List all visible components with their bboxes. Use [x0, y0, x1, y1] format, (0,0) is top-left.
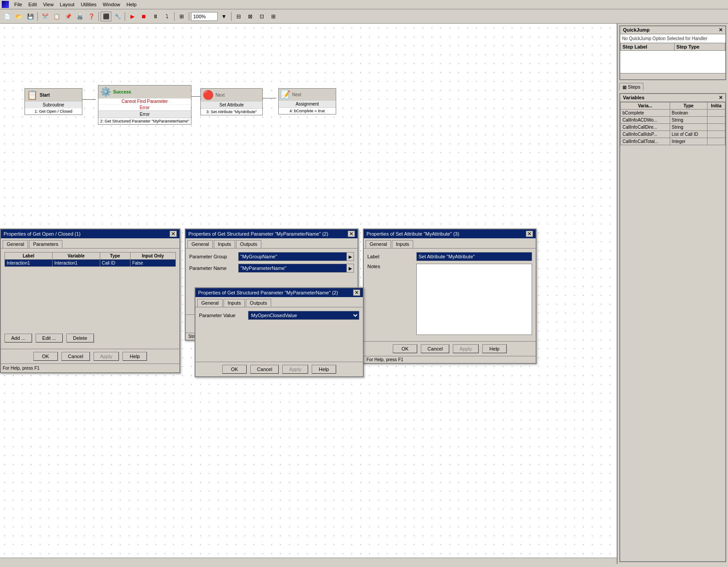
- steps-tab-area: ▦ Steps: [619, 83, 726, 90]
- dialog-middle-top-close[interactable]: ✕: [348, 231, 355, 237]
- toolbar-btn7[interactable]: 🔧: [112, 12, 123, 21]
- dialog-mid-bot-help[interactable]: Help: [312, 365, 336, 374]
- edit-button[interactable]: Edit ...: [36, 334, 63, 343]
- dialog-left-cancel[interactable]: Cancel: [61, 352, 90, 361]
- steps-tab[interactable]: ▦ Steps: [619, 83, 643, 90]
- dialog-right-close[interactable]: ✕: [526, 231, 533, 237]
- variables-panel: Variables ✕ Varia... Type Initia bComple…: [619, 93, 726, 562]
- param-group-arrow[interactable]: ▶: [347, 252, 354, 261]
- label-input[interactable]: Set Attribute "MyAttribute": [416, 252, 532, 261]
- var-row-callinfoacdwo[interactable]: CallInfoACDWo... String: [621, 117, 725, 124]
- menu-view[interactable]: View: [41, 1, 57, 8]
- dialog-mid-bot-tab-outputs[interactable]: Outputs: [246, 299, 271, 307]
- dialog-right-ok[interactable]: OK: [393, 344, 417, 353]
- dialog-mid-bot-cancel[interactable]: Cancel: [250, 365, 279, 374]
- dialog-left-ok[interactable]: OK: [33, 352, 58, 361]
- var-name-callinfocalltotal: CallInfoCallTotal...: [621, 138, 670, 145]
- dialog-mid-top-tab-inputs[interactable]: Inputs: [214, 240, 235, 248]
- toolbar-btn6[interactable]: ⬛: [101, 12, 111, 21]
- dialog-mid-bot-apply[interactable]: Apply: [282, 365, 308, 374]
- variables-close[interactable]: ✕: [719, 95, 723, 101]
- menu-window[interactable]: Window: [100, 1, 123, 8]
- main-area: 📋 Start Subroutine 1: Get Open / Closed …: [0, 24, 728, 564]
- var-row-callinfocallids[interactable]: CallInfoCallIdsP... List of Call ID: [621, 131, 725, 138]
- right-panel: QuickJump ✕ No QuickJump Option Selected…: [617, 24, 728, 564]
- dialog-mid-top-tab-outputs[interactable]: Outputs: [236, 240, 261, 248]
- dialog-right-cancel[interactable]: Cancel: [421, 344, 449, 353]
- canvas[interactable]: 📋 Start Subroutine 1: Get Open / Closed …: [0, 24, 617, 564]
- toolbar-save[interactable]: 💾: [25, 12, 36, 21]
- menu-help[interactable]: Help: [124, 1, 139, 8]
- toolbar-grid[interactable]: ⊞: [176, 12, 187, 21]
- dialog-right-title: Properties of Set Attribute "MyAttribute…: [364, 229, 536, 238]
- toolbar-layout2[interactable]: ⊠: [245, 12, 256, 21]
- add-button[interactable]: Add ...: [4, 334, 32, 343]
- node-sa-type: Set Attribute: [201, 102, 262, 109]
- param-name-input[interactable]: [238, 264, 347, 273]
- quickjump-close[interactable]: ✕: [719, 27, 723, 33]
- var-row-callinfocalldire[interactable]: CallInfoCallDire... String: [621, 124, 725, 131]
- toolbar-print[interactable]: 🖨️: [74, 12, 85, 21]
- toolbar-help[interactable]: ❓: [86, 12, 97, 21]
- menu-file[interactable]: File: [12, 1, 25, 8]
- param-group-input[interactable]: [238, 252, 347, 261]
- node-subroutine-type: Subroutine: [25, 102, 82, 108]
- menu-layout[interactable]: Layout: [57, 1, 77, 8]
- variables-title: Variables ✕: [620, 94, 725, 102]
- dialog-left-tab-parameters[interactable]: Parameters: [29, 240, 62, 248]
- toolbar-open[interactable]: 📂: [13, 12, 24, 21]
- toolbar-layout4[interactable]: ⊞: [268, 12, 279, 21]
- qj-col-step-type: Step Type: [675, 43, 725, 51]
- var-row-callinfocalltotal[interactable]: CallInfoCallTotal... Integer: [621, 138, 725, 145]
- canvas-scrollbar-h[interactable]: [0, 558, 617, 564]
- row-type: Call ID: [100, 260, 130, 267]
- notes-row: Notes: [367, 264, 532, 335]
- dialog-right-tab-general[interactable]: General: [366, 240, 391, 248]
- quickjump-scroll-h[interactable]: [620, 73, 725, 79]
- col-type: Type: [100, 253, 130, 260]
- dialog-left-close[interactable]: ✕: [170, 231, 177, 237]
- toolbar-copy[interactable]: 📋: [51, 12, 62, 21]
- dialog-right: Properties of Set Attribute "MyAttribute…: [363, 228, 537, 364]
- node-get-structured-param[interactable]: ⚙️ Success Cannot Find Parameter Error E…: [98, 85, 205, 125]
- quickjump-title: QuickJump ✕: [620, 26, 725, 34]
- toolbar-layout3[interactable]: ⊡: [256, 12, 267, 21]
- delete-button[interactable]: Delete: [66, 334, 94, 343]
- toolbar-layout1[interactable]: ⊟: [233, 12, 244, 21]
- node-assignment[interactable]: 📝 Next Assignment 4: bComplete = true: [278, 88, 336, 114]
- dialog-right-tab-inputs[interactable]: Inputs: [392, 240, 413, 248]
- table-row-interaction1[interactable]: Interaction1 Interaction1 Call ID False: [5, 260, 176, 267]
- toolbar-cut[interactable]: ✂️: [40, 12, 50, 21]
- dialog-mid-bot-ok[interactable]: OK: [222, 365, 247, 374]
- dialog-right-help[interactable]: Help: [482, 344, 507, 353]
- toolbar-stop[interactable]: ⏹: [138, 12, 149, 21]
- var-row-bcomplete[interactable]: bComplete Boolean: [621, 110, 725, 117]
- dialog-mid-bot-tab-inputs[interactable]: Inputs: [224, 299, 245, 307]
- dialog-right-apply[interactable]: Apply: [453, 344, 479, 353]
- qj-col-step-label: Step Label: [621, 43, 675, 51]
- var-type-callinfoacdwo: String: [670, 117, 708, 124]
- param-name-arrow[interactable]: ▶: [347, 264, 354, 273]
- var-type-callinfocalldire: String: [670, 124, 708, 131]
- dialog-left-tab-general[interactable]: General: [3, 240, 28, 248]
- notes-textarea[interactable]: [416, 264, 532, 335]
- dialog-middle-bottom-close[interactable]: ✕: [353, 290, 360, 296]
- dialog-mid-bot-tab-general[interactable]: General: [197, 299, 223, 307]
- node-set-attribute[interactable]: 🔴 Next Set Attribute 3: Set Attribute "M…: [200, 88, 276, 115]
- toolbar-new[interactable]: 📄: [2, 12, 12, 21]
- menu-edit[interactable]: Edit: [26, 1, 40, 8]
- toolbar-play[interactable]: ▶: [127, 12, 138, 21]
- param-value-select[interactable]: MyOpenClosedValue: [248, 311, 359, 320]
- node-subroutine[interactable]: 📋 Start Subroutine 1: Get Open / Closed: [24, 88, 96, 115]
- menu-utilities[interactable]: Utilities: [78, 1, 99, 8]
- label-row: Label Set Attribute "MyAttribute": [367, 252, 532, 261]
- dialog-left-help[interactable]: Help: [122, 352, 147, 361]
- zoom-dropdown[interactable]: ▼: [219, 12, 229, 21]
- param-group-row: Parameter Group ▶: [189, 252, 354, 261]
- dialog-mid-top-tab-general[interactable]: General: [187, 240, 213, 248]
- toolbar-paste[interactable]: 📌: [63, 12, 73, 21]
- tb-sep5: [189, 12, 189, 21]
- dialog-left-apply[interactable]: Apply: [94, 352, 119, 361]
- toolbar-pause[interactable]: ⏸: [150, 12, 161, 21]
- toolbar-step[interactable]: ⤵: [162, 12, 172, 21]
